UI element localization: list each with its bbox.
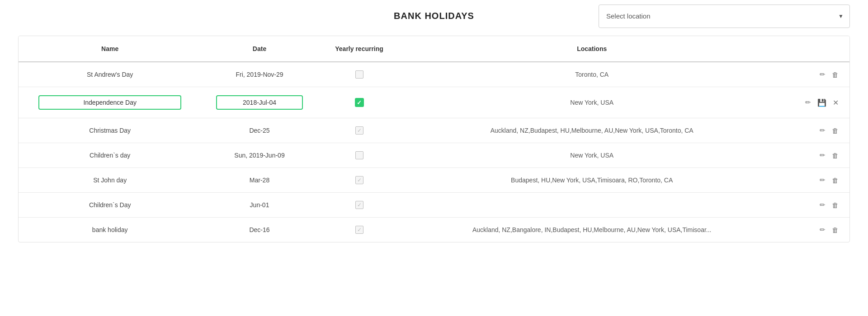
cell-locations: Toronto, CA [401,62,783,87]
edit-icon[interactable]: ✏ [820,151,826,159]
cell-actions: ✏💾✕ [783,87,849,118]
delete-icon[interactable]: 🗑 [832,71,839,79]
cell-yearly [318,87,401,118]
save-icon[interactable]: 💾 [817,98,826,107]
checkbox-checked-gray[interactable] [355,176,363,184]
checkbox-cell[interactable] [325,176,394,184]
cell-date: Sun, 2019-Jun-09 [201,143,317,168]
cell-yearly [318,218,401,242]
checkbox-unchecked[interactable] [355,70,363,79]
delete-icon[interactable]: 🗑 [832,127,839,135]
checkbox-cell[interactable] [325,151,394,159]
cell-locations [401,193,783,218]
cell-actions: ✏🗑 [783,143,849,168]
edit-icon[interactable]: ✏ [820,226,826,234]
cell-name: St John day [19,168,201,193]
page-container: BANK HOLIDAYS Select location ▼ Name Dat… [0,0,868,316]
page-title: BANK HOLIDAYS [394,11,474,21]
checkbox-checked-gray[interactable] [355,126,363,135]
table-row: St Andrew's DayFri, 2019-Nov-29Toronto, … [19,62,849,87]
cell-date: Mar-28 [201,168,317,193]
checkbox-unchecked[interactable] [355,151,363,159]
cell-locations: New York, USA [401,87,783,118]
checkbox-cell[interactable] [325,226,394,234]
action-icons: ✏🗑 [790,226,839,234]
table-container: Name Date Yearly recurring Locations St … [18,36,850,242]
checkbox-cell[interactable] [325,126,394,135]
delete-icon[interactable]: 🗑 [832,177,839,184]
col-header-actions [783,36,849,62]
table-row: St John dayMar-28Budapest, HU,New York, … [19,168,849,193]
action-icons: ✏💾✕ [790,98,839,107]
table-row: Children`s DayJun-01✏🗑 [19,193,849,218]
table-header: Name Date Yearly recurring Locations [19,36,849,62]
col-header-date: Date [201,36,317,62]
checkbox-checked-gray[interactable] [355,201,363,209]
checkbox-cell[interactable] [325,98,394,107]
cell-date [201,87,317,118]
cell-name: Children`s day [19,143,201,168]
edit-icon[interactable]: ✏ [820,126,826,135]
action-icons: ✏🗑 [790,201,839,209]
cell-name: bank holiday [19,218,201,242]
edit-icon[interactable]: ✏ [805,98,811,107]
date-edit-input[interactable] [216,95,303,110]
cell-yearly [318,168,401,193]
cell-locations: Budapest, HU,New York, USA,Timisoara, RO… [401,168,783,193]
table-row: New York, USA✏💾✕ [19,87,849,118]
cell-date: Dec-16 [201,218,317,242]
cell-actions: ✏🗑 [783,62,849,87]
cell-locations: Auckland, NZ,Budapest, HU,Melbourne, AU,… [401,118,783,143]
delete-icon[interactable]: 🗑 [832,201,839,209]
cell-name: Children`s Day [19,193,201,218]
close-icon[interactable]: ✕ [833,98,839,107]
col-header-yearly: Yearly recurring [318,36,401,62]
cell-locations: Auckland, NZ,Bangalore, IN,Budapest, HU,… [401,218,783,242]
edit-icon[interactable]: ✏ [820,176,826,184]
name-edit-input[interactable] [38,95,182,110]
cell-actions: ✏🗑 [783,218,849,242]
cell-locations: New York, USA [401,143,783,168]
checkbox-checked-gray[interactable] [355,226,363,234]
cell-date: Fri, 2019-Nov-29 [201,62,317,87]
cell-yearly [318,193,401,218]
cell-yearly [318,118,401,143]
cell-date: Dec-25 [201,118,317,143]
table-row: bank holidayDec-16Auckland, NZ,Bangalore… [19,218,849,242]
table-row: Children`s daySun, 2019-Jun-09New York, … [19,143,849,168]
delete-icon[interactable]: 🗑 [832,226,839,234]
cell-date: Jun-01 [201,193,317,218]
table-row: Christmas DayDec-25Auckland, NZ,Budapest… [19,118,849,143]
cell-actions: ✏🗑 [783,168,849,193]
checkbox-checked-green[interactable] [355,98,364,107]
checkbox-cell[interactable] [325,201,394,209]
bank-holidays-table: Name Date Yearly recurring Locations St … [19,36,849,242]
edit-icon[interactable]: ✏ [820,70,826,79]
cell-name: Christmas Day [19,118,201,143]
action-icons: ✏🗑 [790,126,839,135]
checkbox-cell[interactable] [325,70,394,79]
cell-actions: ✏🗑 [783,118,849,143]
select-container[interactable]: Select location ▼ [599,5,850,28]
header-row: Name Date Yearly recurring Locations [19,36,849,62]
cell-yearly [318,143,401,168]
cell-yearly [318,62,401,87]
location-select-wrapper: Select location ▼ [599,5,850,28]
edit-icon[interactable]: ✏ [820,201,826,209]
cell-actions: ✏🗑 [783,193,849,218]
table-body: St Andrew's DayFri, 2019-Nov-29Toronto, … [19,62,849,242]
action-icons: ✏🗑 [790,151,839,159]
delete-icon[interactable]: 🗑 [832,152,839,159]
cell-name: St Andrew's Day [19,62,201,87]
action-icons: ✏🗑 [790,70,839,79]
col-header-locations: Locations [401,36,783,62]
header-row: BANK HOLIDAYS Select location ▼ [18,11,850,21]
action-icons: ✏🗑 [790,176,839,184]
col-header-name: Name [19,36,201,62]
location-select[interactable]: Select location [599,5,850,28]
cell-name [19,87,201,118]
